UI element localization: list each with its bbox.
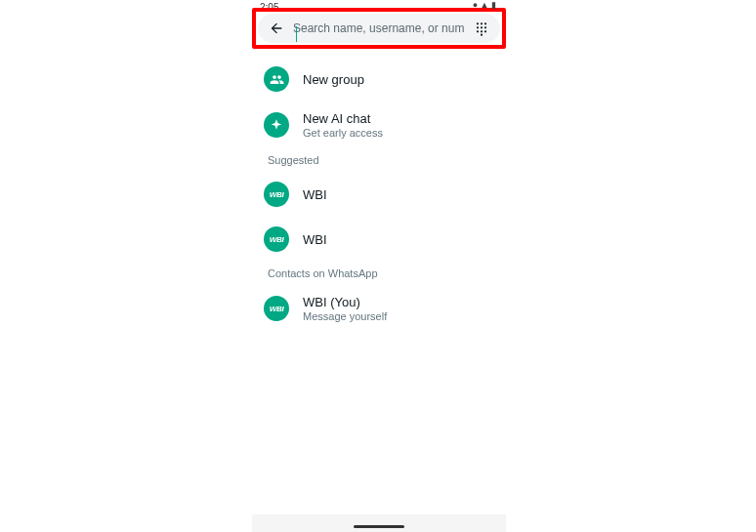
svg-point-3 [477,26,479,28]
contact-name: WBI (You) [303,295,387,309]
svg-point-0 [477,22,479,24]
svg-point-4 [481,26,483,28]
status-icons: ● ▲ ▮ [473,0,496,8]
dialpad-icon[interactable] [473,20,490,37]
svg-point-1 [481,22,483,24]
avatar-label: WBI [270,305,284,313]
ai-chat-icon [264,112,289,138]
suggested-contact-item[interactable]: WBI WBI [256,172,502,217]
search-bar [258,14,500,43]
contact-item-self[interactable]: WBI WBI (You) Message yourself [256,285,502,332]
home-indicator[interactable] [354,525,404,528]
svg-point-2 [484,22,486,24]
contact-name: WBI [303,187,327,202]
new-ai-chat-subtitle: Get early access [303,127,383,139]
avatar-label: WBI [270,235,284,244]
avatar: WBI [264,296,289,321]
avatar: WBI [264,226,289,252]
new-group-label: New group [303,72,364,87]
svg-point-9 [481,34,483,36]
search-highlight-box [252,8,506,49]
search-input[interactable] [293,21,465,35]
text-cursor [296,26,297,42]
group-icon [264,66,289,92]
contact-subtitle: Message yourself [303,310,387,322]
new-ai-chat-item[interactable]: New AI chat Get early access [256,102,502,148]
avatar-label: WBI [270,190,284,199]
svg-point-8 [484,30,486,32]
svg-point-7 [481,30,483,32]
svg-point-6 [477,30,479,32]
new-ai-chat-title: New AI chat [303,111,383,126]
new-group-item[interactable]: New group [256,57,502,102]
content-list: New group New AI chat Get early access S… [252,49,506,332]
bottom-bar [252,514,506,532]
status-bar: 2:05 ● ▲ ▮ [252,0,506,8]
contact-name: WBI [303,232,327,247]
suggested-header: Suggested [256,148,502,172]
phone-screen: 2:05 ● ▲ ▮ New g [252,0,506,532]
back-icon[interactable] [268,20,285,37]
svg-point-5 [484,26,486,28]
suggested-contact-item[interactable]: WBI WBI [256,217,502,262]
avatar: WBI [264,182,289,207]
status-time: 2:05 [260,2,278,8]
contacts-header: Contacts on WhatsApp [256,262,502,285]
